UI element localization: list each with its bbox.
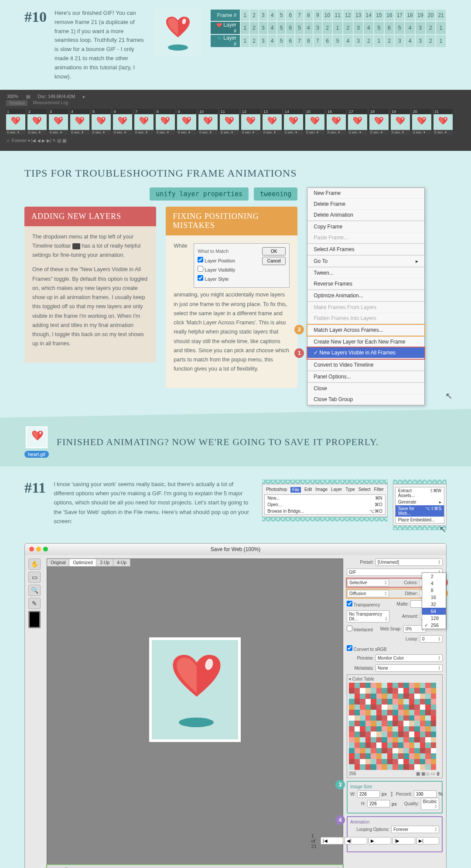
play-button[interactable]: ▶: [369, 837, 391, 844]
timeline-frame[interactable]: 200 sec. ▾: [412, 109, 431, 135]
menu-item[interactable]: Convert to Video Timeline: [307, 360, 424, 371]
sfw-preview: OriginalOptimized2-Up4-Up GIF 536.6K8 se…: [47, 558, 343, 868]
preview-tab[interactable]: Original: [47, 559, 69, 566]
hand-tool-icon[interactable]: ✋: [28, 558, 41, 570]
menu-item[interactable]: Reverse Frames: [307, 279, 424, 289]
timeline-frame[interactable]: 50 sec. ▾: [92, 109, 111, 135]
colors-dropdown-list[interactable]: 248163264128256: [422, 572, 446, 629]
color-table: ▾ Color Table 256▦ ▦ ◇ ▭ 🗑: [347, 674, 443, 778]
ps-save-for-web-menu: Extract Assets...⇧⌘WGenerate▸Save for We…: [393, 484, 447, 526]
card-adding-layers: ADDING NEW LAYERS The dropdown menu at t…: [24, 207, 156, 363]
timeline-frame[interactable]: 100 sec. ▾: [198, 109, 218, 135]
timeline-frame[interactable]: 30 sec. ▾: [49, 109, 68, 135]
menu-item[interactable]: New Frame: [307, 188, 424, 199]
timeline-frame[interactable]: 180 sec. ▾: [369, 109, 389, 135]
menu-item[interactable]: Match Layer Across Frames...2: [307, 325, 424, 336]
menu-item[interactable]: Select All Frames: [307, 244, 424, 255]
sfw-settings-panel: Preset:[Unnamed] GIF SelectiveColors:256…: [347, 558, 443, 868]
menu-item[interactable]: Panel Options...: [307, 371, 424, 382]
zoom-tool-icon[interactable]: 🔍: [28, 585, 41, 596]
timeline-frame[interactable]: 110 sec. ▾: [220, 109, 239, 135]
next-frame-button[interactable]: |▶: [392, 837, 415, 844]
height-input[interactable]: [367, 800, 390, 807]
timeline-frame[interactable]: 80 sec. ▾: [156, 109, 175, 135]
timeline-frame[interactable]: 190 sec. ▾: [391, 109, 410, 135]
timeline-frame[interactable]: 210 sec. ▾: [433, 109, 453, 135]
timeline-frame[interactable]: 70 sec. ▾: [134, 109, 154, 135]
looping-select[interactable]: Forever: [391, 826, 439, 833]
menu-item[interactable]: Paste Frame...: [307, 232, 424, 243]
timeline-frame[interactable]: 90 sec. ▾: [177, 109, 196, 135]
cursor-icon: ↖: [445, 391, 453, 401]
timeline-context-menu[interactable]: New FrameDelete FrameDelete AnimationCop…: [307, 187, 425, 405]
menu-item[interactable]: Make Frames From Layers: [307, 302, 424, 313]
timeline-frame[interactable]: 120 sec. ▾: [241, 109, 260, 135]
pill-unify: unify layer properties: [150, 187, 249, 201]
reduction-select[interactable]: Selective: [347, 579, 389, 586]
menu-item[interactable]: Delete Animation: [307, 210, 424, 221]
file-thumbnail: [26, 426, 48, 448]
menu-item[interactable]: Flatten Frames Into Layers: [307, 313, 424, 324]
step11-copy: I know 'saving your work' seems really b…: [54, 480, 254, 526]
heart-tile: [154, 9, 202, 57]
marker-3: 3: [335, 780, 345, 790]
step-number: #11: [24, 480, 46, 496]
menu-item[interactable]: Delete Frame: [307, 199, 424, 210]
tips-heading: TIPS FOR TROUBLESHOOTING FRAME ANIMATION…: [24, 167, 297, 180]
menu-item[interactable]: Go To▸: [307, 256, 424, 267]
menu-item[interactable]: Copy Frame: [307, 221, 424, 232]
preview-tab[interactable]: 4-Up: [113, 559, 130, 566]
frame-mapping-table: Frame #123456789101112131415161718192021…: [210, 9, 447, 48]
timeline-frame[interactable]: 170 sec. ▾: [348, 109, 367, 135]
slice-tool-icon[interactable]: ▭: [28, 572, 41, 583]
timeline-frame[interactable]: 40 sec. ▾: [70, 109, 89, 135]
transdither-select[interactable]: No Transparency Dit...: [347, 610, 389, 623]
animation-panel: 4 Animation Looping Options:Forever 1 of…: [347, 816, 443, 852]
card-fixing-position: FIXING POSITIONING MISTAKES OK Cancel Wh…: [166, 207, 297, 388]
last-frame-button[interactable]: ▶|: [416, 837, 439, 844]
dialog-title: Save for Web (100%): [211, 546, 261, 552]
step-number: #10: [24, 9, 47, 25]
prev-frame-button[interactable]: ◀|: [345, 837, 367, 844]
menu-item[interactable]: Optimize Animation...: [307, 290, 424, 301]
timeline-frame[interactable]: 150 sec. ▾: [305, 109, 324, 135]
cancel-button[interactable]: Cancel: [262, 257, 286, 265]
timeline-frame[interactable]: 160 sec. ▾: [327, 109, 346, 135]
timeline-frame[interactable]: 130 sec. ▾: [263, 109, 282, 135]
menu-item[interactable]: Tween...: [307, 268, 424, 279]
timeline-frame[interactable]: 10 sec. ▾: [6, 109, 25, 135]
timeline-frame[interactable]: 20 sec. ▾: [27, 109, 47, 135]
timeline-menu-icon: [72, 243, 80, 249]
width-input[interactable]: [357, 790, 380, 798]
timeline-frame[interactable]: 140 sec. ▾: [284, 109, 303, 135]
menu-item[interactable]: ✓ New Layers Visible in All Frames: [307, 347, 424, 358]
menu-item[interactable]: Create New Layer for Each New Frame: [307, 337, 424, 347]
marker-4: 4: [335, 815, 345, 825]
timeline-frame[interactable]: 60 sec. ▾: [113, 109, 132, 135]
eyedropper-tool-icon[interactable]: ✎: [28, 598, 41, 609]
photoshop-timeline: 300%▤Doc: 149.6K/4.42M▸ TimelineMeasurem…: [0, 90, 471, 151]
preview-tab[interactable]: Optimized: [69, 559, 96, 566]
menu-item[interactable]: Close Tab Group: [307, 394, 424, 405]
image-size-panel: 3 Image Size W:px⟧Percent:% H:px Quality…: [347, 781, 443, 814]
menu-item[interactable]: Close: [307, 383, 424, 394]
color-swatch[interactable]: [28, 611, 41, 628]
ok-button[interactable]: OK: [262, 247, 286, 255]
file-label: heart.gif: [24, 451, 49, 458]
pill-tweening: tweening: [254, 187, 297, 201]
dither-alg-select[interactable]: Diffusion: [347, 590, 389, 597]
sfw-toolbar[interactable]: ✋ ▭ 🔍 ✎: [28, 558, 43, 868]
first-frame-button[interactable]: |◀: [321, 837, 343, 844]
match-layer-dialog: OK Cancel What to Match Layer Position L…: [194, 243, 290, 288]
save-for-web-dialog: Save for Web (100%) ✋ ▭ 🔍 ✎ OriginalOpti…: [24, 543, 447, 868]
preview-select[interactable]: Monitor Color: [375, 654, 443, 662]
metadata-select[interactable]: None: [375, 664, 443, 672]
finished-band: heart.gif FINISHED ANIMATING? NOW WE'RE …: [0, 418, 471, 466]
step10-copy: Here's our finished GIF! You can remove …: [55, 9, 146, 81]
preset-select[interactable]: [Unnamed]: [375, 558, 443, 566]
ps-file-menu: PhotoshopFileEditImageLayerTypeSelectFil…: [262, 484, 388, 517]
preview-tab[interactable]: 2-Up: [96, 559, 113, 566]
